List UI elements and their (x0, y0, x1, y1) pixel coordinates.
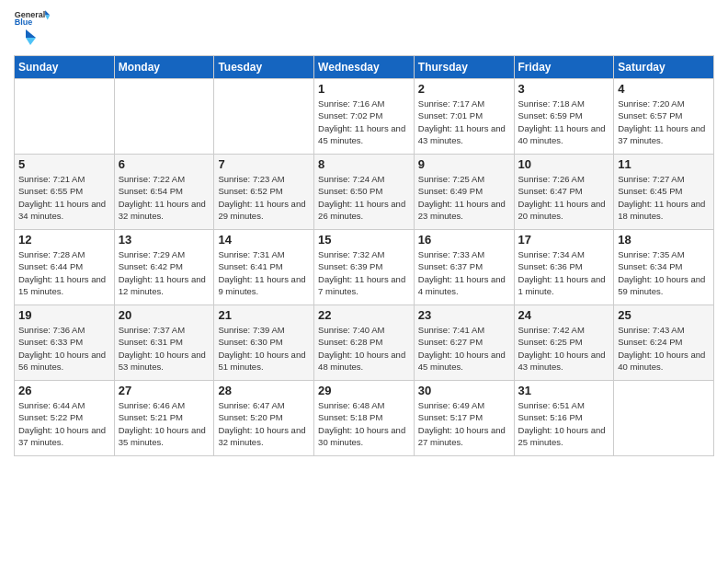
svg-marker-3 (45, 15, 50, 19)
day-cell: 29Sunrise: 6:48 AM Sunset: 5:18 PM Dayli… (314, 381, 415, 456)
day-info: Sunrise: 7:18 AM Sunset: 6:59 PM Dayligh… (518, 98, 610, 146)
weekday-header-row: SundayMondayTuesdayWednesdayThursdayFrid… (15, 56, 714, 79)
day-number: 18 (618, 233, 710, 247)
weekday-header-thursday: Thursday (414, 56, 514, 79)
weekday-header-monday: Monday (114, 56, 214, 79)
svg-marker-5 (26, 38, 36, 45)
day-info: Sunrise: 7:31 AM Sunset: 6:41 PM Dayligh… (218, 248, 310, 297)
day-info: Sunrise: 6:49 AM Sunset: 5:17 PM Dayligh… (418, 399, 510, 448)
day-number: 27 (119, 384, 210, 397)
weekday-header-sunday: Sunday (15, 56, 115, 79)
day-info: Sunrise: 6:46 AM Sunset: 5:21 PM Dayligh… (119, 399, 210, 448)
logo-bird-icon (16, 28, 36, 48)
day-info: Sunrise: 7:16 AM Sunset: 7:02 PM Dayligh… (318, 98, 410, 146)
day-number: 29 (318, 384, 410, 397)
week-row-2: 5Sunrise: 7:21 AM Sunset: 6:55 PM Daylig… (15, 155, 714, 230)
day-number: 14 (218, 233, 310, 247)
svg-marker-2 (45, 10, 50, 15)
day-cell: 22Sunrise: 7:40 AM Sunset: 6:28 PM Dayli… (314, 305, 415, 381)
day-number: 12 (18, 233, 110, 247)
day-info: Sunrise: 7:32 AM Sunset: 6:39 PM Dayligh… (318, 248, 410, 297)
day-number: 28 (218, 384, 310, 397)
day-number: 25 (618, 308, 710, 322)
day-cell: 19Sunrise: 7:36 AM Sunset: 6:33 PM Dayli… (15, 305, 115, 381)
day-cell: 1Sunrise: 7:16 AM Sunset: 7:02 PM Daylig… (314, 79, 415, 155)
day-number: 9 (418, 157, 510, 171)
day-info: Sunrise: 7:41 AM Sunset: 6:27 PM Dayligh… (418, 324, 510, 373)
day-cell: 3Sunrise: 7:18 AM Sunset: 6:59 PM Daylig… (514, 79, 614, 155)
day-number: 22 (318, 308, 410, 322)
day-cell: 31Sunrise: 6:51 AM Sunset: 5:16 PM Dayli… (514, 381, 614, 456)
week-row-4: 19Sunrise: 7:36 AM Sunset: 6:33 PM Dayli… (15, 305, 714, 381)
svg-marker-4 (26, 29, 36, 38)
weekday-header-tuesday: Tuesday (214, 56, 314, 79)
day-number: 15 (318, 233, 410, 247)
day-info: Sunrise: 7:20 AM Sunset: 6:57 PM Dayligh… (618, 98, 710, 146)
day-cell: 15Sunrise: 7:32 AM Sunset: 6:39 PM Dayli… (314, 230, 415, 305)
day-cell: 17Sunrise: 7:34 AM Sunset: 6:36 PM Dayli… (514, 230, 614, 305)
day-info: Sunrise: 7:37 AM Sunset: 6:31 PM Dayligh… (119, 324, 210, 373)
day-number: 10 (518, 157, 610, 171)
day-info: Sunrise: 6:47 AM Sunset: 5:20 PM Dayligh… (218, 399, 310, 448)
day-cell (114, 79, 214, 155)
weekday-header-saturday: Saturday (614, 56, 714, 79)
logo-icon: General Blue (14, 9, 51, 26)
day-info: Sunrise: 7:24 AM Sunset: 6:50 PM Dayligh… (318, 173, 410, 222)
day-info: Sunrise: 7:22 AM Sunset: 6:54 PM Dayligh… (119, 173, 210, 222)
day-cell: 13Sunrise: 7:29 AM Sunset: 6:42 PM Dayli… (114, 230, 214, 305)
day-cell: 11Sunrise: 7:27 AM Sunset: 6:45 PM Dayli… (614, 155, 714, 230)
day-info: Sunrise: 7:26 AM Sunset: 6:47 PM Dayligh… (518, 173, 610, 222)
day-info: Sunrise: 7:36 AM Sunset: 6:33 PM Dayligh… (18, 324, 110, 373)
calendar-table: SundayMondayTuesdayWednesdayThursdayFrid… (14, 55, 714, 456)
day-number: 3 (518, 82, 610, 96)
day-info: Sunrise: 6:44 AM Sunset: 5:22 PM Dayligh… (18, 399, 110, 448)
day-cell: 6Sunrise: 7:22 AM Sunset: 6:54 PM Daylig… (114, 155, 214, 230)
day-info: Sunrise: 7:43 AM Sunset: 6:24 PM Dayligh… (618, 324, 710, 373)
day-info: Sunrise: 7:21 AM Sunset: 6:55 PM Dayligh… (18, 173, 110, 222)
day-cell: 30Sunrise: 6:49 AM Sunset: 5:17 PM Dayli… (414, 381, 514, 456)
day-cell: 24Sunrise: 7:42 AM Sunset: 6:25 PM Dayli… (514, 305, 614, 381)
day-number: 21 (218, 308, 310, 322)
day-number: 23 (418, 308, 510, 322)
day-number: 24 (518, 308, 610, 322)
day-cell: 5Sunrise: 7:21 AM Sunset: 6:55 PM Daylig… (15, 155, 115, 230)
day-number: 4 (618, 82, 710, 96)
day-number: 7 (218, 157, 310, 171)
day-number: 8 (318, 157, 410, 171)
day-number: 5 (18, 157, 110, 171)
day-info: Sunrise: 7:23 AM Sunset: 6:52 PM Dayligh… (218, 173, 310, 222)
header: General Blue (14, 9, 714, 48)
day-info: Sunrise: 7:25 AM Sunset: 6:49 PM Dayligh… (418, 173, 510, 222)
day-number: 1 (318, 82, 410, 96)
day-info: Sunrise: 7:42 AM Sunset: 6:25 PM Dayligh… (518, 324, 610, 373)
day-cell: 28Sunrise: 6:47 AM Sunset: 5:20 PM Dayli… (214, 381, 314, 456)
day-number: 2 (418, 82, 510, 96)
day-cell: 7Sunrise: 7:23 AM Sunset: 6:52 PM Daylig… (214, 155, 314, 230)
day-info: Sunrise: 7:39 AM Sunset: 6:30 PM Dayligh… (218, 324, 310, 373)
day-info: Sunrise: 7:35 AM Sunset: 6:34 PM Dayligh… (618, 248, 710, 297)
day-info: Sunrise: 7:34 AM Sunset: 6:36 PM Dayligh… (518, 248, 610, 297)
day-cell (614, 381, 714, 456)
day-number: 26 (18, 384, 110, 397)
day-info: Sunrise: 7:27 AM Sunset: 6:45 PM Dayligh… (618, 173, 710, 222)
weekday-header-friday: Friday (514, 56, 614, 79)
day-info: Sunrise: 7:28 AM Sunset: 6:44 PM Dayligh… (18, 248, 110, 297)
day-cell: 2Sunrise: 7:17 AM Sunset: 7:01 PM Daylig… (414, 79, 514, 155)
day-cell: 18Sunrise: 7:35 AM Sunset: 6:34 PM Dayli… (614, 230, 714, 305)
day-info: Sunrise: 6:48 AM Sunset: 5:18 PM Dayligh… (318, 399, 410, 448)
day-number: 16 (418, 233, 510, 247)
day-number: 17 (518, 233, 610, 247)
day-number: 31 (518, 384, 610, 397)
logo: General Blue (14, 9, 51, 48)
day-number: 30 (418, 384, 510, 397)
day-cell: 12Sunrise: 7:28 AM Sunset: 6:44 PM Dayli… (15, 230, 115, 305)
day-number: 13 (119, 233, 210, 247)
day-cell: 23Sunrise: 7:41 AM Sunset: 6:27 PM Dayli… (414, 305, 514, 381)
day-cell: 4Sunrise: 7:20 AM Sunset: 6:57 PM Daylig… (614, 79, 714, 155)
day-info: Sunrise: 7:17 AM Sunset: 7:01 PM Dayligh… (418, 98, 510, 146)
weekday-header-wednesday: Wednesday (314, 56, 415, 79)
day-number: 6 (119, 157, 210, 171)
svg-text:Blue: Blue (15, 17, 33, 26)
page: General Blue SundayMondayTuesdayWednesda… (0, 0, 728, 563)
day-number: 11 (618, 157, 710, 171)
